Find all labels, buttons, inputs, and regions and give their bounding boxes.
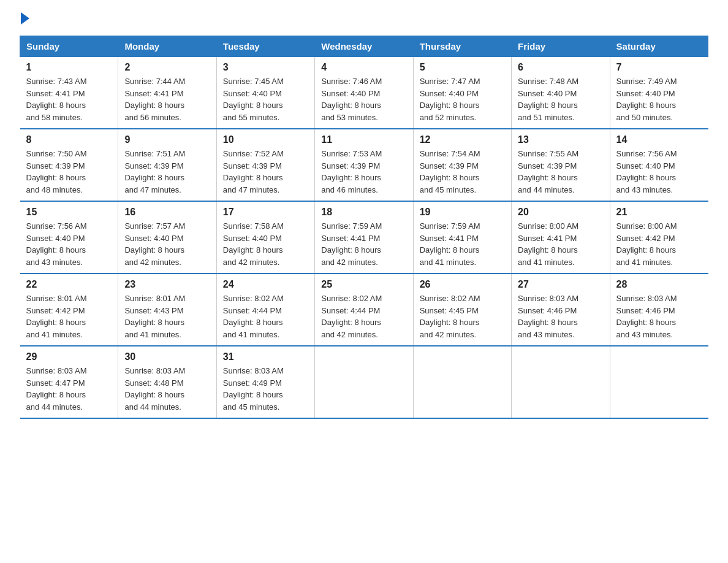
header-cell-monday: Monday [118, 36, 216, 57]
day-info: Sunrise: 8:02 AM Sunset: 4:44 PM Dayligh… [223, 293, 308, 340]
day-info: Sunrise: 7:50 AM Sunset: 4:39 PM Dayligh… [26, 148, 112, 196]
day-info: Sunrise: 7:57 AM Sunset: 4:40 PM Dayligh… [124, 220, 210, 268]
day-info: Sunrise: 8:03 AM Sunset: 4:46 PM Dayligh… [518, 293, 603, 340]
header-cell-saturday: Saturday [610, 36, 708, 57]
day-cell: 9 Sunrise: 7:51 AM Sunset: 4:39 PM Dayli… [118, 129, 216, 201]
logo-arrow-icon [21, 12, 29, 25]
day-cell: 13 Sunrise: 7:55 AM Sunset: 4:39 PM Dayl… [512, 129, 610, 201]
day-cell: 15 Sunrise: 7:56 AM Sunset: 4:40 PM Dayl… [20, 201, 118, 274]
day-info: Sunrise: 8:03 AM Sunset: 4:46 PM Dayligh… [616, 293, 702, 340]
day-number: 5 [420, 62, 505, 73]
day-cell: 8 Sunrise: 7:50 AM Sunset: 4:39 PM Dayli… [20, 129, 118, 201]
week-row-2: 8 Sunrise: 7:50 AM Sunset: 4:39 PM Dayli… [20, 129, 708, 201]
day-info: Sunrise: 7:58 AM Sunset: 4:40 PM Dayligh… [223, 220, 308, 268]
day-cell: 6 Sunrise: 7:48 AM Sunset: 4:40 PM Dayli… [512, 57, 610, 129]
day-number: 26 [420, 279, 505, 290]
day-cell: 26 Sunrise: 8:02 AM Sunset: 4:45 PM Dayl… [413, 274, 511, 346]
day-cell [610, 346, 708, 418]
week-row-5: 29 Sunrise: 8:03 AM Sunset: 4:47 PM Dayl… [20, 346, 708, 418]
calendar-header: SundayMondayTuesdayWednesdayThursdayFrid… [20, 36, 708, 57]
day-cell: 3 Sunrise: 7:45 AM Sunset: 4:40 PM Dayli… [216, 57, 314, 129]
header-cell-friday: Friday [512, 36, 610, 57]
day-number: 13 [518, 134, 603, 145]
day-info: Sunrise: 7:56 AM Sunset: 4:40 PM Dayligh… [616, 148, 702, 196]
day-number: 6 [518, 62, 603, 73]
day-cell: 11 Sunrise: 7:53 AM Sunset: 4:39 PM Dayl… [315, 129, 413, 201]
day-info: Sunrise: 7:48 AM Sunset: 4:40 PM Dayligh… [518, 75, 603, 123]
day-cell: 12 Sunrise: 7:54 AM Sunset: 4:39 PM Dayl… [413, 129, 511, 201]
day-number: 19 [420, 207, 505, 218]
day-info: Sunrise: 8:01 AM Sunset: 4:43 PM Dayligh… [124, 293, 210, 340]
week-row-1: 1 Sunrise: 7:43 AM Sunset: 4:41 PM Dayli… [20, 57, 708, 129]
day-number: 27 [518, 279, 603, 290]
header-row: SundayMondayTuesdayWednesdayThursdayFrid… [20, 36, 708, 57]
day-cell [512, 346, 610, 418]
day-number: 25 [321, 279, 406, 290]
day-info: Sunrise: 7:51 AM Sunset: 4:39 PM Dayligh… [124, 148, 210, 196]
day-info: Sunrise: 8:00 AM Sunset: 4:42 PM Dayligh… [616, 220, 702, 268]
day-number: 16 [124, 207, 210, 218]
calendar-table: SundayMondayTuesdayWednesdayThursdayFrid… [20, 36, 708, 419]
day-number: 18 [321, 207, 406, 218]
day-cell: 29 Sunrise: 8:03 AM Sunset: 4:47 PM Dayl… [20, 346, 118, 418]
day-cell: 10 Sunrise: 7:52 AM Sunset: 4:39 PM Dayl… [216, 129, 314, 201]
day-cell: 14 Sunrise: 7:56 AM Sunset: 4:40 PM Dayl… [610, 129, 708, 201]
day-number: 28 [616, 279, 702, 290]
day-cell: 23 Sunrise: 8:01 AM Sunset: 4:43 PM Dayl… [118, 274, 216, 346]
day-number: 15 [26, 207, 112, 218]
day-info: Sunrise: 8:02 AM Sunset: 4:45 PM Dayligh… [420, 293, 505, 340]
day-number: 21 [616, 207, 702, 218]
day-info: Sunrise: 7:54 AM Sunset: 4:39 PM Dayligh… [420, 148, 505, 196]
day-cell: 28 Sunrise: 8:03 AM Sunset: 4:46 PM Dayl… [610, 274, 708, 346]
day-cell: 30 Sunrise: 8:03 AM Sunset: 4:48 PM Dayl… [118, 346, 216, 418]
day-cell: 18 Sunrise: 7:59 AM Sunset: 4:41 PM Dayl… [315, 201, 413, 274]
day-number: 12 [420, 134, 505, 145]
day-info: Sunrise: 7:59 AM Sunset: 4:41 PM Dayligh… [321, 220, 406, 268]
header-cell-tuesday: Tuesday [216, 36, 314, 57]
day-info: Sunrise: 7:55 AM Sunset: 4:39 PM Dayligh… [518, 148, 603, 196]
day-number: 22 [26, 279, 112, 290]
day-number: 9 [124, 134, 210, 145]
day-info: Sunrise: 7:49 AM Sunset: 4:40 PM Dayligh… [616, 75, 702, 123]
day-number: 31 [223, 351, 308, 362]
day-cell: 25 Sunrise: 8:02 AM Sunset: 4:44 PM Dayl… [315, 274, 413, 346]
day-info: Sunrise: 8:03 AM Sunset: 4:48 PM Dayligh… [124, 365, 210, 413]
day-info: Sunrise: 7:46 AM Sunset: 4:40 PM Dayligh… [321, 75, 406, 123]
day-info: Sunrise: 8:03 AM Sunset: 4:49 PM Dayligh… [223, 365, 308, 413]
day-cell: 27 Sunrise: 8:03 AM Sunset: 4:46 PM Dayl… [512, 274, 610, 346]
day-number: 23 [124, 279, 210, 290]
day-cell: 19 Sunrise: 7:59 AM Sunset: 4:41 PM Dayl… [413, 201, 511, 274]
day-number: 11 [321, 134, 406, 145]
day-cell: 5 Sunrise: 7:47 AM Sunset: 4:40 PM Dayli… [413, 57, 511, 129]
day-info: Sunrise: 7:56 AM Sunset: 4:40 PM Dayligh… [26, 220, 112, 268]
day-info: Sunrise: 7:47 AM Sunset: 4:40 PM Dayligh… [420, 75, 505, 123]
week-row-4: 22 Sunrise: 8:01 AM Sunset: 4:42 PM Dayl… [20, 274, 708, 346]
day-info: Sunrise: 7:43 AM Sunset: 4:41 PM Dayligh… [26, 75, 112, 123]
logo [20, 15, 29, 23]
day-info: Sunrise: 8:02 AM Sunset: 4:44 PM Dayligh… [321, 293, 406, 340]
calendar-body: 1 Sunrise: 7:43 AM Sunset: 4:41 PM Dayli… [20, 57, 708, 419]
header-cell-wednesday: Wednesday [315, 36, 413, 57]
day-info: Sunrise: 7:44 AM Sunset: 4:41 PM Dayligh… [124, 75, 210, 123]
day-number: 24 [223, 279, 308, 290]
day-info: Sunrise: 7:52 AM Sunset: 4:39 PM Dayligh… [223, 148, 308, 196]
day-number: 4 [321, 62, 406, 73]
day-number: 29 [26, 351, 112, 362]
day-cell: 22 Sunrise: 8:01 AM Sunset: 4:42 PM Dayl… [20, 274, 118, 346]
day-info: Sunrise: 8:00 AM Sunset: 4:41 PM Dayligh… [518, 220, 603, 268]
day-cell: 7 Sunrise: 7:49 AM Sunset: 4:40 PM Dayli… [610, 57, 708, 129]
header-cell-thursday: Thursday [413, 36, 511, 57]
day-info: Sunrise: 7:45 AM Sunset: 4:40 PM Dayligh… [223, 75, 308, 123]
day-cell: 17 Sunrise: 7:58 AM Sunset: 4:40 PM Dayl… [216, 201, 314, 274]
day-number: 7 [616, 62, 702, 73]
day-number: 10 [223, 134, 308, 145]
day-cell: 21 Sunrise: 8:00 AM Sunset: 4:42 PM Dayl… [610, 201, 708, 274]
day-number: 30 [124, 351, 210, 362]
header-cell-sunday: Sunday [20, 36, 118, 57]
day-number: 1 [26, 62, 112, 73]
day-cell: 4 Sunrise: 7:46 AM Sunset: 4:40 PM Dayli… [315, 57, 413, 129]
day-info: Sunrise: 8:01 AM Sunset: 4:42 PM Dayligh… [26, 293, 112, 340]
day-info: Sunrise: 8:03 AM Sunset: 4:47 PM Dayligh… [26, 365, 112, 413]
day-cell: 24 Sunrise: 8:02 AM Sunset: 4:44 PM Dayl… [216, 274, 314, 346]
day-cell: 1 Sunrise: 7:43 AM Sunset: 4:41 PM Dayli… [20, 57, 118, 129]
